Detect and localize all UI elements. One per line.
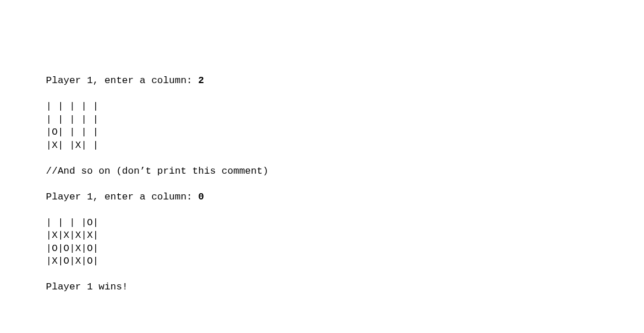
board1-row3: |X| |X| | xyxy=(46,140,99,151)
prompt2-text: Player 1, enter a column: xyxy=(46,191,198,202)
board1-row2: |O| | | | xyxy=(46,127,99,138)
board1-row0: | | | | | xyxy=(46,101,99,112)
prompt1-input: 2 xyxy=(198,75,204,86)
console-output: Player 1, enter a column: 2 | | | | | | … xyxy=(0,0,644,294)
board1-row1: | | | | | xyxy=(46,114,99,125)
board2-row0: | | | |O| xyxy=(46,217,99,228)
board2-row1: |X|X|X|X| xyxy=(46,230,99,241)
result-line: Player 1 wins! xyxy=(46,281,128,292)
comment-line: //And so on (don’t print this comment) xyxy=(46,166,269,177)
prompt2-input: 0 xyxy=(198,191,204,202)
prompt1-text: Player 1, enter a column: xyxy=(46,75,198,86)
board2-row3: |X|O|X|O| xyxy=(46,256,99,267)
board2-row2: |O|O|X|O| xyxy=(46,243,99,254)
